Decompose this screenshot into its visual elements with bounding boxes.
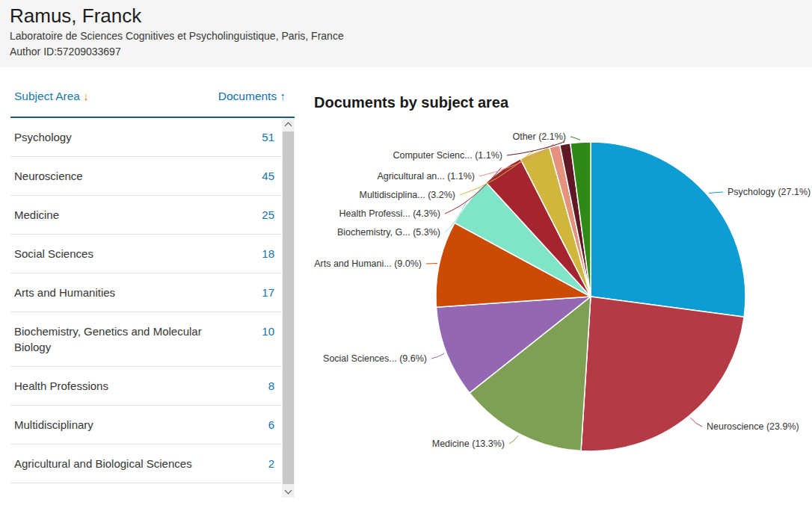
pie-slice-label: Social Sciences... (9.6%) (323, 353, 427, 364)
pie-slice-label: Psychology (27.1%) (728, 187, 811, 197)
pie-slice-label: Neuroscience (23.9%) (707, 421, 799, 432)
pie-label-leader (431, 353, 444, 359)
pie-label-leader (509, 436, 518, 444)
pie-label-leader (690, 418, 702, 427)
pie-slice-label: Other (2.1%) (512, 131, 566, 142)
pie-chart: Psychology (27.1%)Neuroscience (23.9%)Me… (0, 0, 812, 508)
pie-slice-label: Health Professi... (4.3%) (339, 208, 440, 219)
pie-label-leader (426, 264, 437, 264)
pie-slice-label: Agricultural an... (1.1%) (377, 171, 475, 182)
pie-slice-label: Computer Scienc... (1.1%) (393, 150, 502, 161)
pie-slice-label: Biochemistry, G... (5.3%) (337, 227, 440, 238)
pie-slice-label: Arts and Humani... (9.0%) (314, 258, 422, 269)
pie-slice[interactable] (591, 142, 745, 317)
pie-slice-label: Multidisciplina... (3.2%) (359, 190, 455, 200)
pie-label-leader (570, 137, 580, 140)
pie-slice-label: Medicine (13.3%) (432, 439, 505, 449)
pie-label-leader (709, 192, 723, 193)
